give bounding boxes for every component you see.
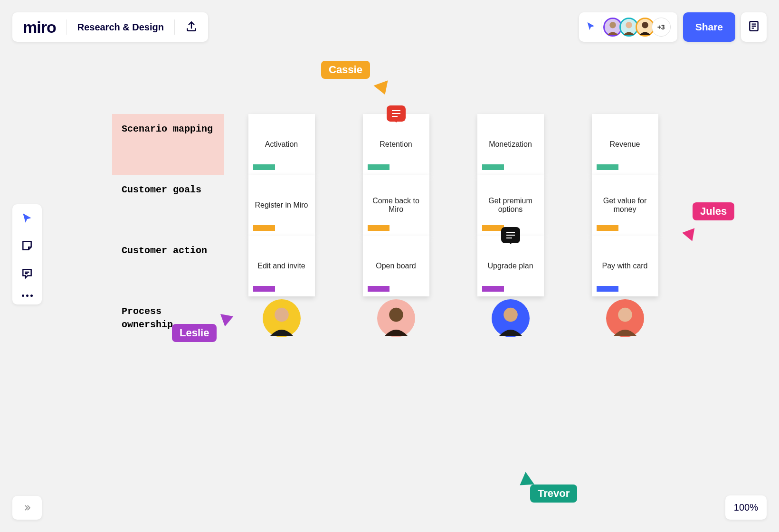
cursor-label-leslie: Leslie xyxy=(172,324,217,342)
owner-avatar[interactable] xyxy=(377,299,415,337)
share-button[interactable]: Share xyxy=(683,12,735,42)
tag xyxy=(597,286,618,292)
grid-cell[interactable] xyxy=(568,296,682,340)
more-tools[interactable] xyxy=(22,294,33,297)
svg-point-6 xyxy=(642,22,648,28)
board-title[interactable]: Research & Design xyxy=(77,22,164,33)
card-retention[interactable]: Retention xyxy=(363,114,429,175)
divider xyxy=(174,19,175,35)
collaborators-panel: +3 xyxy=(579,12,677,42)
grid-cell[interactable]: Retention xyxy=(339,114,453,175)
tag xyxy=(597,225,618,231)
comment-bubble-icon[interactable] xyxy=(501,227,520,243)
row-label-action: Customer action xyxy=(112,236,224,296)
svg-point-18 xyxy=(504,308,518,322)
card-text: Open board xyxy=(376,262,416,270)
card-open-board[interactable]: Open board xyxy=(363,236,429,296)
card-value[interactable]: Get value for money xyxy=(592,175,658,236)
svg-point-14 xyxy=(275,308,289,322)
grid-cell[interactable] xyxy=(339,296,453,340)
grid-cell[interactable]: Revenue xyxy=(568,114,682,175)
grid-cell[interactable]: Register in Miro xyxy=(224,175,339,236)
cursor-label-cassie: Cassie xyxy=(321,61,370,79)
grid-cell[interactable]: Upgrade plan xyxy=(453,236,568,296)
svg-point-20 xyxy=(618,308,632,322)
cursor-pointer-icon xyxy=(681,226,694,241)
tag xyxy=(253,225,275,231)
grid-cell[interactable]: Open board xyxy=(339,236,453,296)
owner-avatar[interactable] xyxy=(492,299,530,337)
card-text: Come back to Miro xyxy=(368,197,425,214)
card-edit-invite[interactable]: Edit and invite xyxy=(248,236,315,296)
tag xyxy=(368,225,390,231)
comment-bubble-icon[interactable] xyxy=(387,105,406,122)
card-premium[interactable]: Get premium options xyxy=(477,175,544,236)
row-label-goals: Customer goals xyxy=(112,175,224,236)
svg-point-4 xyxy=(626,22,632,28)
expand-toolbar[interactable] xyxy=(12,496,42,520)
topbar-left: miro Research & Design xyxy=(12,12,208,42)
card-text: Pay with card xyxy=(602,262,647,270)
card-activation[interactable]: Activation xyxy=(248,114,315,175)
tag xyxy=(482,286,504,292)
notes-button[interactable] xyxy=(741,12,767,42)
tag xyxy=(368,286,390,292)
row-label-scenario: Scenario mapping xyxy=(112,114,224,175)
tag xyxy=(597,164,618,170)
owner-avatar[interactable] xyxy=(606,299,644,337)
tag xyxy=(253,286,275,292)
grid-cell[interactable]: Activation xyxy=(224,114,339,175)
cursor-pointer-icon xyxy=(374,80,392,97)
avatar-stack[interactable]: +3 xyxy=(606,18,671,37)
cursor-label-jules: Jules xyxy=(693,202,734,220)
card-text: Get premium options xyxy=(482,197,539,214)
card-text: Get value for money xyxy=(597,197,654,214)
card-pay[interactable]: Pay with card xyxy=(592,236,658,296)
grid-cell[interactable] xyxy=(224,296,339,340)
tag xyxy=(368,164,390,170)
owner-avatar[interactable] xyxy=(263,299,301,337)
grid-cell[interactable]: Monetization xyxy=(453,114,568,175)
document-icon xyxy=(748,20,760,34)
select-tool[interactable] xyxy=(21,212,33,226)
grid-cell[interactable]: Get value for money xyxy=(568,175,682,236)
card-text: Monetization xyxy=(489,140,532,149)
grid-cell[interactable]: Pay with card xyxy=(568,236,682,296)
card-text: Register in Miro xyxy=(255,201,308,209)
card-revenue[interactable]: Revenue xyxy=(592,114,658,175)
grid-cell[interactable] xyxy=(453,296,568,340)
svg-point-2 xyxy=(609,22,616,28)
left-toolbar xyxy=(12,204,42,304)
card-upgrade[interactable]: Upgrade plan xyxy=(477,236,544,296)
grid-cell[interactable]: Get premium options xyxy=(453,175,568,236)
comment-tool[interactable] xyxy=(21,267,33,281)
card-register[interactable]: Register in Miro xyxy=(248,175,315,236)
divider xyxy=(66,19,67,35)
divider xyxy=(601,19,601,35)
cursor-icon[interactable] xyxy=(586,21,596,33)
grid-cell[interactable]: Come back to Miro xyxy=(339,175,453,236)
svg-point-16 xyxy=(389,308,403,322)
topbar-right: +3 Share xyxy=(579,12,767,42)
sticky-note-tool[interactable] xyxy=(21,239,33,254)
card-comeback[interactable]: Come back to Miro xyxy=(363,175,429,236)
zoom-level[interactable]: 100% xyxy=(725,495,767,520)
grid-cell[interactable]: Edit and invite xyxy=(224,236,339,296)
card-text: Edit and invite xyxy=(257,262,305,270)
card-text: Upgrade plan xyxy=(487,262,533,270)
canvas-grid[interactable]: Scenario mapping Activation Retention Mo… xyxy=(112,114,682,340)
export-icon[interactable] xyxy=(185,20,198,34)
card-monetization[interactable]: Monetization xyxy=(477,114,544,175)
avatar-overflow[interactable]: +3 xyxy=(652,18,671,37)
app-logo[interactable]: miro xyxy=(23,18,56,37)
card-text: Revenue xyxy=(609,140,640,149)
tag xyxy=(482,164,504,170)
card-text: Activation xyxy=(265,140,298,149)
cursor-label-trevor: Trevor xyxy=(530,484,577,503)
tag xyxy=(253,164,275,170)
card-text: Retention xyxy=(380,140,412,149)
